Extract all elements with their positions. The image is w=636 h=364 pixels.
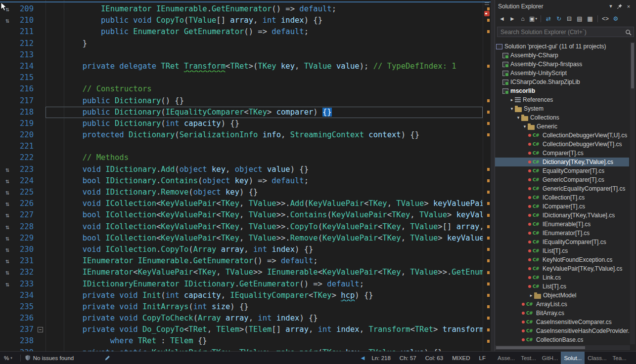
tree-item[interactable]: C#ICollection[T].cs: [495, 193, 629, 202]
tree-item[interactable]: C#IEnumerable[T].cs: [495, 220, 629, 229]
line-indicator[interactable]: Ln: 218: [371, 355, 390, 361]
expand-icon[interactable]: ▸: [528, 293, 534, 298]
collapse-all-button[interactable]: ⊟: [564, 14, 574, 24]
tree-item[interactable]: C#CaseInsensitiveHashCodeProvider.cs: [495, 326, 629, 335]
expand-icon[interactable]: ▸: [509, 97, 515, 102]
error-marker-icon[interactable]: [484, 11, 490, 16]
code-line[interactable]: ⇅229 bool ICollection<KeyValuePair<TKey,…: [0, 233, 483, 244]
code-line[interactable]: 237− private void Do_CopyTo<TRet, TElem>…: [0, 324, 483, 335]
tree-item[interactable]: C#KeyNotFoundException.cs: [495, 255, 629, 264]
tool-window-tab[interactable]: Tea...: [610, 352, 630, 364]
code-line[interactable]: 216 // Constructors: [0, 83, 483, 95]
forward-button[interactable]: ►: [507, 14, 517, 24]
tree-item[interactable]: C#Dictionary[TKey,TValue].cs: [495, 158, 629, 166]
code-line[interactable]: 239 private static KeyValuePair<TKey, TV…: [0, 347, 483, 351]
code-editor[interactable]: ⇅209 IEnumerator IEnumerable.GetEnumerat…: [0, 0, 491, 351]
implements-glyph-icon[interactable]: ⇅: [0, 255, 15, 267]
window-position-icon[interactable]: ▾: [606, 2, 615, 11]
code-line[interactable]: ⇅231 IEnumerator IEnumerable.GetEnumerat…: [0, 255, 483, 267]
tree-item[interactable]: ▸ObjectModel: [495, 291, 629, 300]
tool-window-tab[interactable]: Solut...: [561, 352, 585, 364]
editor-scrollbar[interactable]: [483, 0, 491, 351]
tree-item[interactable]: C#IList[T].cs: [495, 246, 629, 255]
column-indicator[interactable]: Col: 63: [425, 355, 443, 361]
tree-item[interactable]: C#IEnumerator[T].cs: [495, 229, 629, 238]
implements-glyph-icon[interactable]: ⇅: [0, 175, 15, 187]
tree-item[interactable]: Solution 'project-gui' (11 of 11 project…: [495, 42, 629, 51]
refresh-button[interactable]: ↻: [554, 14, 564, 24]
code-line[interactable]: 222 // Methods: [0, 152, 483, 163]
code-line[interactable]: 213: [0, 49, 483, 61]
split-editor-handle-icon[interactable]: [485, 2, 489, 5]
code-line[interactable]: ⇅233 IDictionaryEnumerator IDictionary.G…: [0, 279, 483, 290]
code-line[interactable]: ⇅224 bool IDictionary.Contains(object ke…: [0, 175, 483, 187]
char-indicator[interactable]: Ch: 57: [400, 355, 416, 361]
preview-code-button[interactable]: <>: [600, 14, 610, 24]
code-line[interactable]: ⇅223 void IDictionary.Add(object key, ob…: [0, 164, 483, 175]
search-input[interactable]: [497, 27, 634, 37]
fold-collapse-icon[interactable]: −: [37, 324, 45, 335]
home-button[interactable]: ⌂: [518, 14, 528, 24]
code-line[interactable]: 212 }: [0, 38, 483, 49]
code-line[interactable]: 214 private delegate TRet Transform<TRet…: [0, 61, 483, 72]
vscrollbar-thumb[interactable]: [631, 43, 634, 88]
code-line[interactable]: 217 public Dictionary() {}: [0, 95, 483, 107]
collapse-icon[interactable]: ▾: [515, 115, 521, 120]
tree-item[interactable]: C#BitArray.cs: [495, 309, 629, 318]
back-button[interactable]: ◄: [497, 14, 507, 24]
tree-item[interactable]: C#ArrayList.cs: [495, 300, 629, 309]
tree-item[interactable]: C#CollectionDebuggerView[T,U].cs: [495, 131, 629, 140]
code-line[interactable]: 238 where TRet : TElem {}: [0, 335, 483, 347]
tree-item[interactable]: C#GenericComparer[T].cs: [495, 175, 629, 184]
zoom-control[interactable]: % ▾: [0, 355, 16, 361]
tree-item[interactable]: Assembly-CSharp-firstpass: [495, 60, 629, 69]
code-line[interactable]: 221: [0, 141, 483, 152]
hscrollbar-thumb[interactable]: [496, 346, 585, 349]
tree-item[interactable]: C#KeyValuePair[TKey,TValue].cs: [495, 264, 629, 273]
tree-item[interactable]: C#CaseInsensitiveComparer.cs: [495, 318, 629, 326]
navigate-back-icon[interactable]: ◀: [361, 355, 365, 361]
tree-item[interactable]: ▸References: [495, 95, 629, 104]
code-line[interactable]: 236 private void CopyToCheck(Array array…: [0, 313, 483, 324]
solution-explorer-hscrollbar[interactable]: [495, 345, 630, 350]
settings-button[interactable]: ⚙: [611, 14, 621, 24]
code-line[interactable]: 234 private void Init(int capacity, IEqu…: [0, 290, 483, 301]
implements-glyph-icon[interactable]: ⇅: [0, 164, 15, 175]
implements-glyph-icon[interactable]: ⇅: [0, 187, 15, 198]
code-line[interactable]: ⇅210 public void CopyTo(TValue[] array, …: [0, 15, 483, 26]
panel-splitter[interactable]: [491, 0, 495, 364]
tree-item[interactable]: C#Link.cs: [495, 273, 629, 282]
code-line[interactable]: ⇅209 IEnumerator IEnumerable.GetEnumerat…: [0, 3, 483, 15]
tree-item[interactable]: C#CollectionBase.cs: [495, 335, 629, 344]
tool-window-tab[interactable]: Asse...: [495, 352, 518, 364]
implements-glyph-icon[interactable]: ⇅: [0, 15, 15, 26]
code-line[interactable]: 215: [0, 72, 483, 83]
pin-icon[interactable]: [615, 2, 624, 11]
switch-views-button[interactable]: ▣▾: [528, 14, 538, 24]
tree-item[interactable]: C#IComparer[T].cs: [495, 202, 629, 211]
tree-item[interactable]: ▾Generic: [495, 122, 629, 131]
code-line[interactable]: ⇅227 bool ICollection<KeyValuePair<TKey,…: [0, 209, 483, 221]
code-line[interactable]: 219 public Dictionary(int capacity) {}: [0, 118, 483, 129]
code-line[interactable]: 220 protected Dictionary(SerializationIn…: [0, 129, 483, 141]
solution-explorer-titlebar[interactable]: Solution Explorer ▾ ×: [495, 0, 636, 12]
tool-window-tab[interactable]: Class...: [585, 352, 609, 364]
tree-item[interactable]: C#IDictionary[TKey,TValue].cs: [495, 211, 629, 220]
tree-item[interactable]: C#List[T].cs: [495, 282, 629, 291]
tree-item[interactable]: C#GenericEqualityComparer[T].cs: [495, 184, 629, 193]
tree-item[interactable]: ▾System: [495, 104, 629, 113]
code-line[interactable]: ⇅228 void ICollection<KeyValuePair<TKey,…: [0, 221, 483, 233]
properties-button[interactable]: ▦: [585, 14, 595, 24]
code-line[interactable]: 211 public Enumerator GetEnumerator() =>…: [0, 26, 483, 38]
implements-glyph-icon[interactable]: ⇅: [0, 221, 15, 233]
eol-indicator[interactable]: LF: [479, 355, 486, 361]
collapse-icon[interactable]: ▾: [522, 124, 528, 129]
tree-item[interactable]: mscorlib: [495, 86, 629, 95]
encoding-indicator[interactable]: MIXED: [452, 355, 470, 361]
tool-window-tab[interactable]: Test...: [518, 352, 539, 364]
implements-glyph-icon[interactable]: ⇅: [0, 198, 15, 209]
tree-item[interactable]: ICSharpCode.SharpZipLib: [495, 78, 629, 86]
issues-indicator[interactable]: No issues found: [25, 355, 74, 361]
tree-item[interactable]: Assembly-UnityScript: [495, 69, 629, 78]
implements-glyph-icon[interactable]: ⇅: [0, 209, 15, 221]
